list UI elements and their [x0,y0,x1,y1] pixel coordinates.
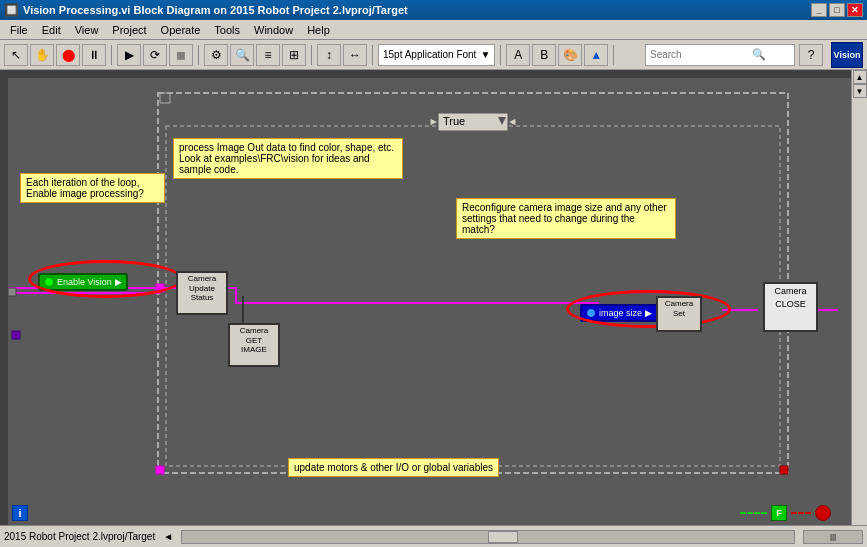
comment-update-motors: update motors & other I/O or global vari… [288,458,499,477]
stop-indicator [815,505,831,521]
camera-update-status-block: CameraUpdateStatus [176,271,228,315]
camera-update-status-label: CameraUpdateStatus [188,274,216,302]
title-bar-controls: _ □ ✕ [811,3,863,17]
loop-stop-terminal [780,466,788,474]
true-dropdown-arrow [498,117,506,125]
title-bar: 🔲 Vision Processing.vi Block Diagram on … [0,0,867,20]
app-icon: 🔲 [4,3,19,17]
search-icon: 🔍 [752,48,766,61]
close-button[interactable]: ✕ [847,3,863,17]
hand-icon: ✋ [35,48,50,62]
help-button[interactable]: ? [799,44,823,66]
font-dropdown[interactable]: 15pt Application Font ▼ [378,44,495,66]
maximize-button[interactable]: □ [829,3,845,17]
toolbar-separator-2 [198,45,199,65]
menu-view[interactable]: View [69,22,105,38]
color-btn[interactable]: 🎨 [558,44,582,66]
image-size-control[interactable]: image size ▶ [580,304,658,322]
menu-edit[interactable]: Edit [36,22,67,38]
labview-logo: Vision [831,42,863,68]
status-arrow: ◄ [163,531,173,542]
extra-btn-2[interactable]: ↔ [343,44,367,66]
font-dropdown-label: 15pt Application Font [383,49,476,60]
window-title: Vision Processing.vi Block Diagram on 20… [23,4,408,16]
run-cont-button[interactable]: ⟳ [143,44,167,66]
loop-border-terminal-left [156,284,164,292]
extra-color-btn[interactable]: ▲ [584,44,608,66]
align-button[interactable]: ≡ [256,44,280,66]
stop-button[interactable]: ⬤ [56,44,80,66]
distribute-icon: ⊞ [289,48,299,62]
zoom-button[interactable]: 🔍 [230,44,254,66]
scroll-down-button[interactable]: ▼ [853,84,867,98]
run-button[interactable]: ▶ [117,44,141,66]
stop-icon: ⬤ [62,48,75,62]
green-run-indicator: F [771,505,787,521]
abort-button[interactable]: ◼ [169,44,193,66]
run-cont-icon: ⟳ [150,48,160,62]
camera-get-image-block: CameraGETIMAGE [228,323,280,367]
minimize-button[interactable]: _ [811,3,827,17]
toolbar-separator-4 [372,45,373,65]
help-icon: ? [808,48,815,62]
right-scrollbar[interactable]: ▲ ▼ [851,70,867,525]
info-icon: i [18,507,21,519]
chevron-down-icon: ▼ [480,49,490,60]
main-area: ▲ ▼ True [0,70,867,525]
search-input[interactable] [650,49,750,60]
toolbar-separator-1 [111,45,112,65]
f-label: F [776,508,782,518]
loop-corner-tl [160,93,170,103]
settings-button[interactable]: ⚙ [204,44,228,66]
enable-vision-indicator [44,277,54,287]
search-box[interactable]: 🔍 [645,44,795,66]
camera-close-label: CameraCLOSE [774,286,806,309]
arrow-icon: ↖ [11,48,21,62]
info-button[interactable]: i [12,505,28,521]
distribute-button[interactable]: ⊞ [282,44,306,66]
text-bold-btn[interactable]: B [532,44,556,66]
bottom-right-indicators: F [740,505,831,521]
toolbar-separator-6 [613,45,614,65]
arrow-tool-button[interactable]: ↖ [4,44,28,66]
text-align-btn[interactable]: A [506,44,530,66]
loop-iteration-terminal [156,466,164,474]
enable-vision-arrow: ▶ [115,277,122,287]
extra-icon-1: ↕ [326,48,332,62]
camera-close-block: CameraCLOSE [763,282,818,332]
hand-tool-button[interactable]: ✋ [30,44,54,66]
extra-btn-1[interactable]: ↕ [317,44,341,66]
title-bar-left: 🔲 Vision Processing.vi Block Diagram on … [4,3,408,17]
stop-wire-indicator [791,512,811,514]
image-size-arrow: ▶ [645,308,652,318]
pause-button[interactable]: ⏸ [82,44,106,66]
status-path: 2015 Robot Project 2.lvproj/Target [4,531,155,542]
enable-vision-control[interactable]: Enable Vision ▶ [38,273,128,291]
image-size-label: image size [599,308,642,318]
text-align-icon: A [514,48,522,62]
text-bold-icon: B [540,48,548,62]
toolbar: ↖ ✋ ⬤ ⏸ ▶ ⟳ ◼ ⚙ 🔍 ≡ ⊞ ↕ ↔ 15pt Applicati… [0,40,867,70]
true-selector-box [438,113,508,131]
comment-process-image: process Image Out data to find color, sh… [173,138,403,179]
block-diagram-canvas: True [8,78,851,525]
menu-help[interactable]: Help [301,22,336,38]
outer-terminal-left [8,288,16,296]
menu-tools[interactable]: Tools [208,22,246,38]
align-icon: ≡ [264,48,271,62]
extra-icon-2: ↔ [349,48,361,62]
horizontal-scrollbar[interactable] [181,530,795,544]
extra-color-icon: ▲ [590,48,602,62]
zoom-icon: 🔍 [235,48,250,62]
menu-file[interactable]: File [4,22,34,38]
comment-enable-loop: Each iteration of the loop, Enable image… [20,173,165,203]
menu-window[interactable]: Window [248,22,299,38]
comment-reconfigure-camera: Reconfigure camera image size and any ot… [456,198,676,239]
menu-operate[interactable]: Operate [155,22,207,38]
scroll-right-area[interactable]: ||| [803,530,863,544]
scroll-up-button[interactable]: ▲ [853,70,867,84]
scroll-thumb[interactable] [488,531,518,543]
menu-project[interactable]: Project [106,22,152,38]
menu-bar: File Edit View Project Operate Tools Win… [0,20,867,40]
loop-wire-indicator [740,512,767,514]
